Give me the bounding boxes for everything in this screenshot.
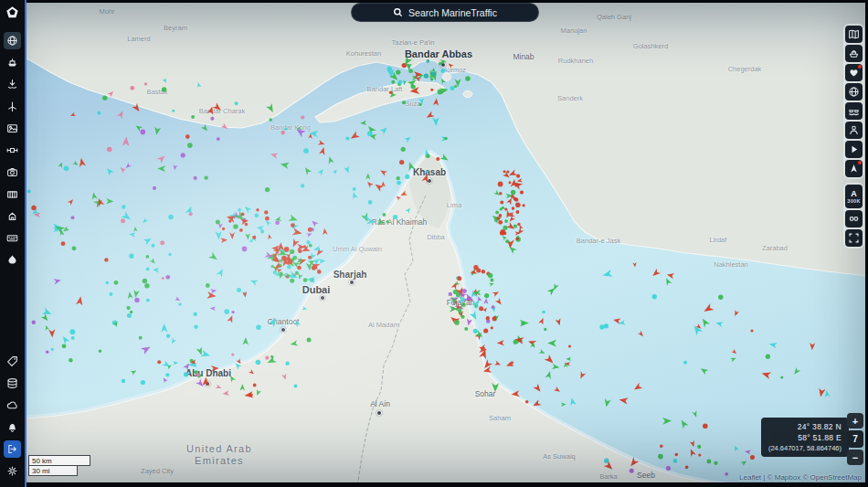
vessel-marker[interactable]	[444, 137, 447, 140]
vessel-marker[interactable]	[405, 206, 412, 214]
vessel-marker[interactable]	[353, 187, 356, 191]
vessel-marker[interactable]	[740, 459, 747, 466]
vessel-marker[interactable]	[236, 358, 242, 365]
vessel-marker[interactable]	[150, 258, 157, 265]
vessel-marker[interactable]	[178, 302, 181, 305]
vessel-marker[interactable]	[121, 218, 125, 223]
vessel-marker[interactable]	[666, 272, 674, 280]
vessel-marker[interactable]	[153, 186, 156, 190]
vessel-marker[interactable]	[492, 290, 501, 297]
vessel-marker[interactable]	[440, 69, 445, 73]
vessel-marker[interactable]	[504, 219, 508, 223]
vessel-marker[interactable]	[699, 366, 708, 376]
vessel-marker[interactable]	[513, 225, 517, 228]
vessel-marker[interactable]	[326, 155, 333, 164]
vessel-marker[interactable]	[295, 271, 299, 275]
vessel-marker[interactable]	[465, 318, 472, 326]
vessel-marker[interactable]	[509, 181, 512, 184]
vessel-marker[interactable]	[157, 360, 161, 364]
vessel-marker[interactable]	[490, 279, 493, 282]
rail-item-account-filter[interactable]	[845, 122, 863, 139]
vessel-marker[interactable]	[751, 329, 754, 332]
vessel-marker[interactable]	[168, 253, 171, 256]
vessel-marker[interactable]	[538, 317, 545, 325]
vessel-marker[interactable]	[104, 258, 108, 261]
vessel-marker[interactable]	[449, 292, 452, 296]
sidebar-item-satellite[interactable]	[4, 142, 21, 159]
vessel-marker[interactable]	[229, 232, 235, 239]
vessel-marker[interactable]	[53, 277, 61, 284]
vessel-marker[interactable]	[500, 201, 503, 205]
sidebar-item-cameras[interactable]	[4, 164, 21, 181]
vessel-marker[interactable]	[310, 218, 318, 227]
sidebar-item-photos[interactable]	[4, 120, 21, 137]
marinetraffic-logo[interactable]	[5, 5, 19, 23]
vessel-marker[interactable]	[76, 296, 84, 306]
vessel-marker[interactable]	[494, 218, 498, 222]
vessel-marker[interactable]	[515, 203, 521, 208]
vessel-marker[interactable]	[506, 170, 509, 173]
vessel-marker[interactable]	[344, 165, 351, 174]
vessel-marker[interactable]	[157, 165, 165, 172]
vessel-marker[interactable]	[766, 355, 770, 359]
vessel-marker[interactable]	[139, 336, 143, 340]
vessel-marker[interactable]	[62, 344, 67, 348]
vessel-marker[interactable]	[58, 162, 64, 168]
vessel-marker[interactable]	[389, 90, 393, 94]
vessel-marker[interactable]	[402, 101, 406, 104]
vessel-marker[interactable]	[90, 192, 97, 200]
vessel-marker[interactable]	[312, 265, 316, 270]
vessel-marker[interactable]	[142, 217, 149, 224]
vessel-marker[interactable]	[46, 351, 49, 355]
vessel-marker[interactable]	[165, 275, 170, 280]
vessel-marker[interactable]	[520, 191, 524, 195]
vessel-marker[interactable]	[97, 111, 101, 115]
vessel-marker[interactable]	[201, 350, 211, 359]
vessel-marker[interactable]	[196, 82, 201, 88]
vessel-marker[interactable]	[545, 355, 556, 365]
vessel-marker[interactable]	[294, 126, 306, 137]
vessel-marker[interactable]	[483, 328, 488, 333]
vessel-marker[interactable]	[160, 240, 164, 245]
vessel-marker[interactable]	[489, 281, 494, 287]
vessel-marker[interactable]	[238, 208, 240, 211]
vessel-marker[interactable]	[818, 388, 826, 397]
vessel-marker[interactable]	[106, 281, 109, 284]
vessel-marker[interactable]	[285, 362, 289, 365]
vessel-marker[interactable]	[492, 383, 499, 392]
vessel-marker[interactable]	[162, 277, 164, 280]
vessel-marker[interactable]	[291, 238, 300, 249]
vessel-marker[interactable]	[302, 165, 312, 175]
vessel-marker[interactable]	[660, 445, 662, 448]
vessel-marker[interactable]	[345, 136, 349, 140]
vessel-marker[interactable]	[228, 375, 236, 383]
vessel-marker[interactable]	[725, 472, 728, 476]
vessel-marker[interactable]	[750, 455, 755, 460]
vessel-marker[interactable]	[207, 106, 216, 115]
vessel-marker[interactable]	[152, 244, 155, 248]
vessel-marker[interactable]	[60, 334, 69, 344]
vessel-marker[interactable]	[249, 393, 253, 397]
vessel-marker[interactable]	[130, 86, 134, 90]
vessel-marker[interactable]	[424, 73, 429, 78]
map-canvas[interactable]: Bandar AbbasHormozMinabTazian-e Pa'inKoh…	[0, 0, 868, 487]
vessel-marker[interactable]	[397, 181, 401, 185]
vessel-marker[interactable]	[284, 128, 287, 131]
vessel-marker[interactable]	[143, 236, 153, 245]
vessel-marker[interactable]	[652, 294, 657, 299]
vessel-marker[interactable]	[249, 369, 255, 376]
vessel-marker[interactable]	[69, 112, 76, 118]
sidebar-item-ship-front[interactable]	[4, 207, 21, 225]
vessel-marker[interactable]	[498, 220, 503, 225]
vessel-marker[interactable]	[256, 324, 261, 330]
vessel-marker[interactable]	[297, 266, 302, 270]
vessel-marker[interactable]	[542, 311, 545, 314]
vessel-marker[interactable]	[554, 386, 561, 394]
vessel-marker[interactable]	[51, 348, 54, 351]
vessel-marker[interactable]	[433, 98, 439, 105]
vessel-marker[interactable]	[72, 246, 77, 250]
vessel-marker[interactable]	[62, 226, 69, 233]
vessel-marker[interactable]	[242, 337, 249, 345]
vessel-marker[interactable]	[44, 324, 49, 330]
vessel-marker[interactable]	[275, 221, 280, 226]
